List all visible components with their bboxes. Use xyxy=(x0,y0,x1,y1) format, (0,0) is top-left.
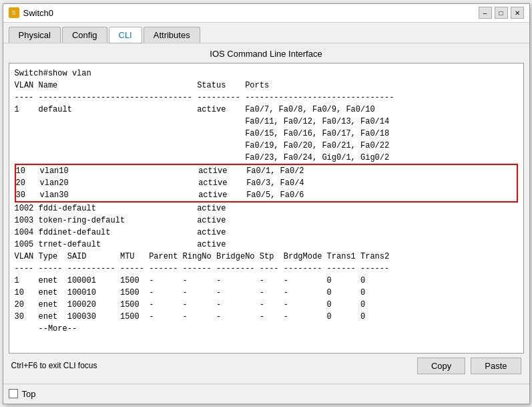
maximize-button[interactable]: □ xyxy=(495,7,508,19)
cli-hint: Ctrl+F6 to exit CLI focus xyxy=(11,361,97,370)
cli-line-3: ---- -------------------------------- --… xyxy=(15,92,518,104)
close-button[interactable]: ✕ xyxy=(511,7,524,19)
app-icon: S xyxy=(9,7,19,18)
cli-line-p3: 1005 trnet-default active xyxy=(15,239,518,251)
main-content: IOS Command Line Interface Switch#show v… xyxy=(3,43,529,384)
cli-post-lines: 1002 fddi-default active 1003 token-ring… xyxy=(15,202,518,335)
tab-bar: Physical Config CLI Attributes xyxy=(3,23,529,43)
cli-line-7: Fa0/19, Fa0/20, Fa0/21, Fa0/22 xyxy=(15,140,518,152)
cli-line-p7: 1 enet 100001 1500 - - - - - 0 0 xyxy=(15,275,518,287)
tab-cli[interactable]: CLI xyxy=(109,27,142,43)
paste-button[interactable]: Paste xyxy=(471,358,521,374)
cli-header-title: IOS Command Line Interface xyxy=(9,49,524,59)
cli-pre-lines: Switch#show vlan VLAN Name Status Ports … xyxy=(15,67,518,164)
top-checkbox-area: Top xyxy=(9,389,36,399)
cli-hl-line-1: 20 vlan20 active Fa0/3, Fa0/4 xyxy=(16,177,517,189)
cli-highlighted-block: 10 vlan10 active Fa0/1, Fa0/2 20 vlan20 … xyxy=(15,164,518,202)
cli-line-p1: 1003 token-ring-default active xyxy=(15,215,518,227)
cli-line-5: Fa0/11, Fa0/12, Fa0/13, Fa0/14 xyxy=(15,116,518,128)
tab-attributes[interactable]: Attributes xyxy=(144,27,200,43)
app-icon-text: S xyxy=(11,9,15,16)
cli-line-2: VLAN Name Status Ports xyxy=(15,80,518,92)
tab-config[interactable]: Config xyxy=(62,27,107,43)
cli-line-p9: 20 enet 100020 1500 - - - - - 0 0 xyxy=(15,299,518,311)
cli-terminal[interactable]: Switch#show vlan VLAN Name Status Ports … xyxy=(9,63,523,353)
cli-area: Switch#show vlan VLAN Name Status Ports … xyxy=(9,63,524,354)
cli-line-4: 1 default active Fa0/7, Fa0/8, Fa0/9, Fa… xyxy=(15,104,518,116)
minimize-button[interactable]: – xyxy=(479,7,492,19)
cli-line-6: Fa0/15, Fa0/16, Fa0/17, Fa0/18 xyxy=(15,128,518,140)
tab-physical[interactable]: Physical xyxy=(9,27,61,43)
cli-line-p2: 1004 fddinet-default active xyxy=(15,227,518,239)
main-window: S Switch0 – □ ✕ Physical Config CLI Attr… xyxy=(3,3,530,404)
bottom-buttons: Copy Paste xyxy=(417,358,521,374)
cli-line-p10: 30 enet 100030 1500 - - - - - 0 0 xyxy=(15,311,518,323)
title-controls: – □ ✕ xyxy=(479,7,524,19)
cli-line-p8: 10 enet 100010 1500 - - - - - 0 0 xyxy=(15,287,518,299)
cli-line-0: Switch#show vlan xyxy=(15,67,518,80)
bottom-bar: Ctrl+F6 to exit CLI focus Copy Paste xyxy=(9,354,524,378)
top-label: Top xyxy=(22,389,36,399)
cli-line-8: Fa0/23, Fa0/24, Gig0/1, Gig0/2 xyxy=(15,152,518,164)
top-checkbox[interactable] xyxy=(9,389,18,398)
footer-bar: Top xyxy=(3,384,529,404)
cli-hl-line-2: 30 vlan30 active Fa0/5, Fa0/6 xyxy=(16,189,517,201)
title-bar: S Switch0 – □ ✕ xyxy=(3,4,529,23)
cli-line-p6: ---- ----- ---------- ----- ------ -----… xyxy=(15,263,518,275)
title-bar-left: S Switch0 xyxy=(9,7,54,18)
cli-line-p5: VLAN Type SAID MTU Parent RingNo BridgeN… xyxy=(15,251,518,263)
window-title: Switch0 xyxy=(23,8,54,18)
cli-line-p0: 1002 fddi-default active xyxy=(15,202,518,215)
cli-line-p11: --More-- xyxy=(15,323,518,335)
copy-button[interactable]: Copy xyxy=(417,358,465,374)
cli-hl-line-0: 10 vlan10 active Fa0/1, Fa0/2 xyxy=(16,165,517,177)
